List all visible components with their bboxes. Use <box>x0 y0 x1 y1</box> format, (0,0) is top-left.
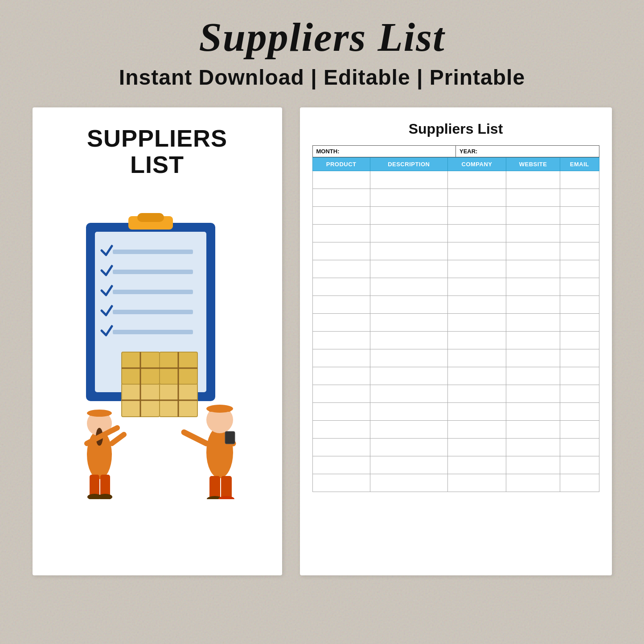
table-cell <box>506 225 560 242</box>
table-cell <box>506 260 560 278</box>
table-cell <box>560 171 599 189</box>
table-cell <box>447 296 506 314</box>
table-cell <box>560 189 599 207</box>
table-cell <box>312 171 370 189</box>
table-row <box>312 349 599 367</box>
table-cell <box>506 349 560 367</box>
svg-rect-7 <box>113 310 193 314</box>
meta-row: MONTH: YEAR: <box>312 145 599 157</box>
table-cell <box>447 225 506 242</box>
table-row <box>312 474 599 492</box>
table-cell <box>370 421 447 439</box>
svg-rect-8 <box>113 330 193 334</box>
table-cell <box>370 439 447 456</box>
svg-rect-4 <box>113 250 193 254</box>
table-cell <box>506 242 560 260</box>
table-cell <box>506 403 560 421</box>
table-cell <box>312 385 370 403</box>
table-cell <box>370 385 447 403</box>
table-cell <box>312 278 370 296</box>
right-card-title: Suppliers List <box>312 121 599 137</box>
table-row <box>312 225 599 242</box>
cards-row: SUPPLIERS LIST <box>27 107 617 575</box>
table-cell <box>312 207 370 225</box>
main-title: Suppliers List <box>199 13 445 61</box>
table-row <box>312 189 599 207</box>
table-cell <box>560 474 599 492</box>
main-content: Suppliers List Instant Download | Editab… <box>27 13 617 575</box>
table-header-row: PRODUCT DESCRIPTION COMPANY WEBSITE EMAI… <box>312 158 599 171</box>
table-cell <box>447 207 506 225</box>
table-cell <box>506 296 560 314</box>
table-cell <box>560 207 599 225</box>
table-cell <box>560 314 599 332</box>
suppliers-table: PRODUCT DESCRIPTION COMPANY WEBSITE EMAI… <box>312 157 599 492</box>
table-cell <box>312 403 370 421</box>
table-cell <box>447 403 506 421</box>
table-cell <box>370 260 447 278</box>
table-cell <box>506 207 560 225</box>
svg-rect-28 <box>100 475 110 497</box>
table-cell <box>370 403 447 421</box>
table-cell <box>447 349 506 367</box>
table-row <box>312 242 599 260</box>
table-cell <box>560 439 599 456</box>
col-website: WEBSITE <box>506 158 560 171</box>
table-cell <box>560 349 599 367</box>
col-email: EMAIL <box>560 158 599 171</box>
col-company: COMPANY <box>447 158 506 171</box>
svg-rect-34 <box>208 407 231 412</box>
table-cell <box>312 367 370 385</box>
month-cell: MONTH: <box>313 146 456 157</box>
table-cell <box>506 474 560 492</box>
table-cell <box>506 439 560 456</box>
svg-rect-6 <box>113 290 193 294</box>
year-cell: YEAR: <box>456 146 599 157</box>
svg-rect-27 <box>90 475 99 497</box>
svg-rect-39 <box>221 476 232 499</box>
table-cell <box>447 385 506 403</box>
table-row <box>312 207 599 225</box>
table-row <box>312 278 599 296</box>
table-cell <box>370 349 447 367</box>
table-row <box>312 332 599 349</box>
subtitle: Instant Download | Editable | Printable <box>119 65 525 90</box>
svg-line-26 <box>112 435 124 443</box>
svg-point-30 <box>98 494 112 499</box>
table-cell <box>312 439 370 456</box>
table-row <box>312 421 599 439</box>
table-row <box>312 456 599 474</box>
table-cell <box>370 456 447 474</box>
table-cell <box>447 278 506 296</box>
table-cell <box>560 225 599 242</box>
table-cell <box>312 332 370 349</box>
table-cell <box>506 314 560 332</box>
table-cell <box>506 171 560 189</box>
svg-rect-37 <box>225 431 235 444</box>
table-cell <box>370 225 447 242</box>
table-row <box>312 439 599 456</box>
table-cell <box>370 314 447 332</box>
table-cell <box>370 367 447 385</box>
table-cell <box>560 242 599 260</box>
table-cell <box>560 385 599 403</box>
table-cell <box>312 242 370 260</box>
table-row <box>312 296 599 314</box>
table-cell <box>447 242 506 260</box>
svg-rect-5 <box>113 270 193 274</box>
table-cell <box>312 225 370 242</box>
table-cell <box>506 385 560 403</box>
col-description: DESCRIPTION <box>370 158 447 171</box>
table-cell <box>312 189 370 207</box>
page-background: Suppliers List Instant Download | Editab… <box>0 0 644 644</box>
table-cell <box>370 207 447 225</box>
table-cell <box>312 260 370 278</box>
table-row <box>312 314 599 332</box>
svg-point-41 <box>218 496 234 499</box>
table-cell <box>560 456 599 474</box>
table-cell <box>506 189 560 207</box>
table-cell <box>560 278 599 296</box>
table-cell <box>506 278 560 296</box>
table-cell <box>312 474 370 492</box>
table-cell <box>560 367 599 385</box>
